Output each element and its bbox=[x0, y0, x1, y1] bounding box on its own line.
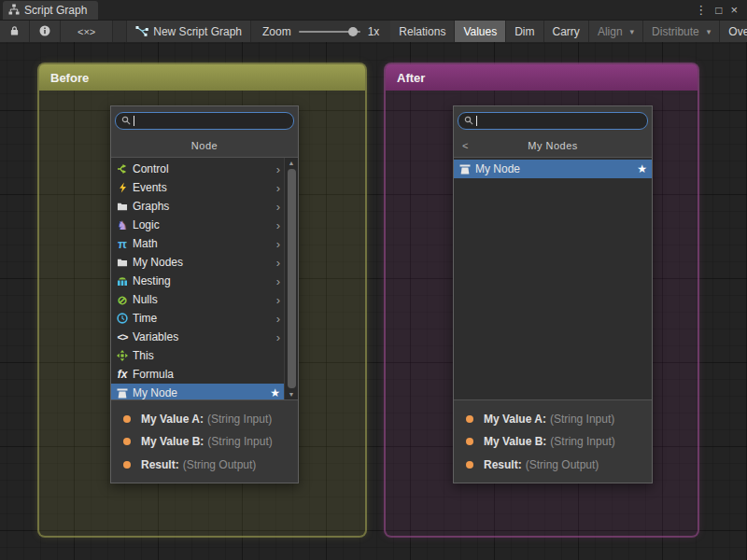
scrollbar[interactable]: ▲ ▼ bbox=[284, 158, 298, 399]
finder-item-logic[interactable]: ♞Logic› bbox=[111, 216, 285, 234]
toolbar-button-overview[interactable]: Overview bbox=[720, 21, 747, 42]
nulls-icon: ⊘ bbox=[115, 293, 130, 306]
finder-item-label: Events bbox=[133, 181, 167, 194]
node-icon bbox=[458, 162, 472, 175]
finder-item-label: Graphs bbox=[133, 200, 169, 213]
finder-item-math[interactable]: πMath› bbox=[111, 234, 285, 253]
toolbar-button-values[interactable]: Values bbox=[455, 21, 506, 42]
toolbar-button-relations[interactable]: Relations bbox=[390, 21, 455, 42]
chevron-right-icon: › bbox=[276, 182, 280, 194]
search-field[interactable] bbox=[458, 112, 648, 130]
edit-graph-button[interactable]: <×> bbox=[61, 21, 113, 42]
toolbar-button-dim[interactable]: Dim bbox=[506, 21, 543, 42]
window-controls: ⋮□× bbox=[695, 4, 747, 20]
chevron-right-icon: › bbox=[276, 219, 280, 231]
port-dot-icon bbox=[466, 438, 473, 445]
close-button[interactable]: × bbox=[730, 4, 738, 16]
port-dot-icon bbox=[466, 415, 473, 423]
finder-item-label: Time bbox=[133, 312, 157, 325]
chevron-right-icon: › bbox=[276, 238, 280, 250]
toolbar-button-align[interactable]: Align▾ bbox=[589, 21, 643, 42]
port-dot-icon bbox=[123, 415, 131, 423]
finder-item-graphs[interactable]: Graphs› bbox=[111, 197, 285, 216]
port-name: My Value B: bbox=[141, 435, 204, 448]
search-field[interactable] bbox=[115, 112, 294, 130]
chevron-right-icon: › bbox=[276, 294, 280, 306]
breadcrumb-back-button[interactable]: < bbox=[462, 140, 469, 151]
folder-icon bbox=[115, 256, 130, 269]
port-row-my-value-b: My Value B:(String Input) bbox=[454, 435, 652, 448]
finder-item-this[interactable]: This bbox=[111, 346, 285, 365]
script-graph-icon bbox=[8, 4, 20, 17]
group-before-header[interactable]: Before bbox=[39, 64, 365, 91]
search-input[interactable] bbox=[116, 113, 293, 129]
group-before-title: Before bbox=[50, 71, 89, 85]
kebab-menu-button[interactable]: ⋮ bbox=[695, 4, 707, 16]
toolbar-button-label: Relations bbox=[399, 25, 445, 38]
toolbar: <×> New Script Graph Zoom 1x RelationsVa… bbox=[0, 20, 747, 43]
port-row-result: Result:(String Output) bbox=[454, 458, 652, 471]
control-icon bbox=[115, 162, 130, 175]
tab-script-graph[interactable]: Script Graph bbox=[3, 1, 98, 20]
port-type: (String Output) bbox=[526, 458, 599, 471]
fuzzy-finder-after: < My Nodes My Node★ My Value A:(String I… bbox=[453, 105, 653, 483]
toolbar-button-distribute[interactable]: Distribute▾ bbox=[643, 21, 720, 42]
zoom-value: 1x bbox=[368, 25, 380, 38]
finder-item-label: Formula bbox=[133, 368, 174, 381]
finder-item-my-node[interactable]: My Node★ bbox=[454, 160, 652, 178]
port-dot-icon bbox=[466, 461, 473, 469]
formula-icon: fx bbox=[115, 368, 130, 381]
scrollbar-thumb[interactable] bbox=[288, 169, 296, 388]
math-icon: π bbox=[115, 237, 130, 250]
scroll-up-icon[interactable]: ▲ bbox=[289, 158, 295, 168]
finder-item-label: Nulls bbox=[133, 293, 158, 306]
finder-item-label: My Node bbox=[475, 162, 520, 175]
breadcrumb: < My Nodes bbox=[454, 134, 652, 157]
finder-item-my-node[interactable]: My Node★ bbox=[111, 384, 285, 400]
port-type: (String Input) bbox=[550, 435, 614, 448]
events-icon bbox=[115, 181, 130, 194]
inspect-button[interactable] bbox=[30, 21, 61, 42]
scroll-down-icon[interactable]: ▼ bbox=[289, 389, 295, 399]
finder-item-formula[interactable]: fxFormula bbox=[111, 365, 285, 384]
search-input[interactable] bbox=[458, 113, 647, 129]
chevron-right-icon: › bbox=[276, 163, 280, 175]
maximize-button[interactable]: □ bbox=[715, 5, 722, 16]
group-after-header[interactable]: After bbox=[386, 64, 698, 91]
zoom-slider-handle[interactable] bbox=[348, 27, 358, 36]
favorite-star-icon[interactable]: ★ bbox=[270, 387, 280, 399]
zoom-slider[interactable] bbox=[299, 31, 360, 33]
node-preview-ports: My Value A:(String Input)My Value B:(Str… bbox=[454, 400, 652, 483]
chevron-right-icon: › bbox=[276, 331, 280, 343]
finder-item-nulls[interactable]: ⊘Nulls› bbox=[111, 290, 285, 309]
port-name: Result: bbox=[484, 458, 522, 471]
node-icon bbox=[115, 386, 130, 399]
port-dot-icon bbox=[123, 438, 131, 445]
graph-canvas[interactable]: Before After Node bbox=[0, 42, 747, 560]
script-graph-window: Script Graph ⋮□× <×> New Script Graph Zo… bbox=[0, 0, 747, 560]
lock-button[interactable] bbox=[0, 21, 30, 42]
finder-item-time[interactable]: Time› bbox=[111, 309, 285, 328]
finder-item-nesting[interactable]: Nesting› bbox=[111, 272, 285, 290]
toolbar-button-carry[interactable]: Carry bbox=[544, 21, 589, 42]
lock-icon bbox=[9, 25, 20, 38]
finder-item-my-nodes[interactable]: My Nodes› bbox=[111, 253, 285, 272]
search-row bbox=[111, 106, 298, 134]
dropdown-caret-icon: ▾ bbox=[707, 27, 712, 36]
finder-item-label: My Node bbox=[133, 386, 177, 399]
new-script-graph-button[interactable]: New Script Graph bbox=[126, 21, 251, 42]
chevron-right-icon: › bbox=[276, 313, 280, 325]
finder-item-control[interactable]: Control› bbox=[111, 160, 285, 178]
chevron-right-icon: › bbox=[276, 275, 280, 287]
favorite-star-icon[interactable]: ★ bbox=[637, 163, 647, 175]
port-type: (String Output) bbox=[183, 458, 257, 471]
toolbar-button-label: Values bbox=[463, 25, 497, 38]
close-icon: × bbox=[730, 4, 738, 17]
finder-item-variables[interactable]: <>Variables› bbox=[111, 328, 285, 346]
toolbar-button-label: Overview bbox=[728, 25, 747, 38]
finder-item-events[interactable]: Events› bbox=[111, 178, 285, 197]
new-script-graph-label: New Script Graph bbox=[153, 25, 242, 38]
node-list: My Node★ bbox=[454, 157, 652, 400]
kebab-icon: ⋮ bbox=[695, 4, 707, 17]
toolbar-button-label: Carry bbox=[553, 25, 580, 38]
